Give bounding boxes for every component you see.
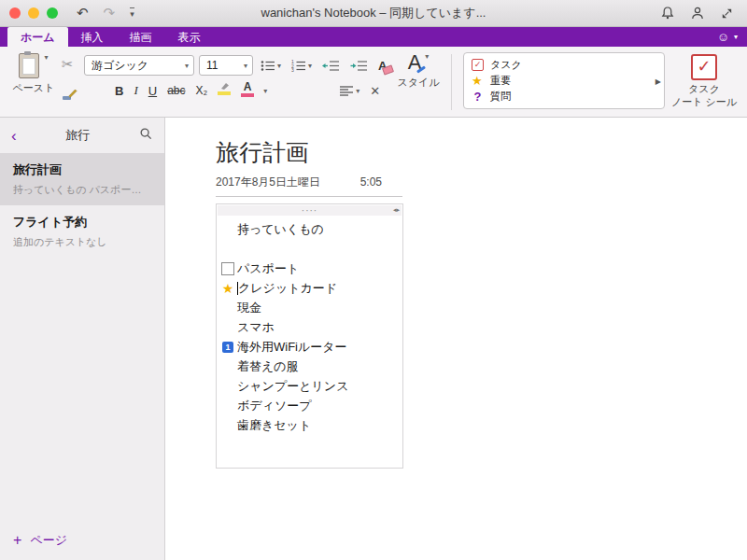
ribbon-home: ▾ ペースト ✂ 游ゴシック ▾ 11 ▾ ▾	[0, 47, 747, 118]
tag-item-質問[interactable]: ?質問	[472, 89, 651, 105]
page-title[interactable]: 旅行計画	[216, 138, 747, 166]
bullet-list-button[interactable]: ▾	[258, 56, 284, 75]
outline-row[interactable]: ボディソープ	[217, 396, 402, 415]
outline-tag-cell[interactable]	[218, 262, 237, 275]
task-checkbox-icon: ✓	[472, 59, 484, 71]
chevron-down-icon[interactable]: ▾	[44, 53, 48, 62]
decrease-indent-button[interactable]	[319, 56, 343, 75]
cut-scissors-icon[interactable]: ✂	[62, 57, 78, 71]
font-name-select[interactable]: 游ゴシック ▾	[84, 55, 194, 76]
close-window-button[interactable]	[9, 7, 21, 19]
search-icon[interactable]	[139, 127, 153, 145]
note-outline-container[interactable]: ···· ◂▸ 持っていくものパスポート★クレジットカード現金スマホ1海外用Wi…	[216, 203, 403, 469]
outline-text: 海外用WiFiルーター	[237, 339, 347, 356]
page-time[interactable]: 5:05	[360, 175, 382, 189]
outline-row[interactable]: 持っていくもの	[217, 219, 402, 239]
undo-icon[interactable]: ↶	[77, 5, 89, 21]
page-list-item[interactable]: フライト予約追加のテキストなし	[0, 205, 164, 258]
outline-rows: 持っていくものパスポート★クレジットカード現金スマホ1海外用WiFiルーター着替…	[217, 216, 402, 435]
chevron-down-icon: ▾	[277, 62, 281, 70]
outline-tag-cell[interactable]: ★	[218, 282, 237, 295]
tab-表示[interactable]: 表示	[165, 27, 214, 47]
page-canvas[interactable]: 旅行計画 2017年8月5日土曜日 5:05 ···· ◂▸ 持っていくものパス…	[165, 118, 747, 560]
underline-button[interactable]: U	[146, 81, 160, 100]
numbered-list-button[interactable]: 123 ▾	[289, 56, 315, 75]
page-date[interactable]: 2017年8月5日土曜日	[216, 175, 320, 190]
tab-挿入[interactable]: 挿入	[68, 27, 117, 47]
page-list-item[interactable]: 旅行計画持っていくもの パスポー…	[0, 153, 164, 205]
font-color-icon: A	[244, 81, 252, 92]
outline-text: 持っていくもの	[237, 221, 324, 238]
outline-row[interactable]: シャンプーとリンス	[217, 376, 402, 396]
svg-text:3: 3	[291, 66, 294, 71]
clear-formatting-button[interactable]: A	[375, 56, 389, 75]
indent-icon	[350, 60, 368, 72]
feedback-smiley-button[interactable]: ☺ ▾	[717, 27, 738, 47]
task-note-seal-button[interactable]: ✓ タスク ノート シール	[669, 49, 740, 115]
chevron-down-icon: ▾	[734, 33, 738, 41]
tag-gallery-expander[interactable]: ▶	[655, 77, 661, 85]
content-area: ‹ 旅行 旅行計画持っていくもの パスポー…フライト予約追加のテキストなし + …	[0, 118, 747, 560]
add-page-button[interactable]: + ページ	[0, 521, 164, 560]
plus-icon: +	[13, 533, 21, 548]
outline-row[interactable]: ★クレジットカード	[217, 278, 402, 298]
important-star-icon: ★	[472, 75, 484, 87]
outline-move-handle[interactable]: ···· ◂▸	[218, 205, 402, 216]
add-page-label: ページ	[30, 532, 67, 549]
tag-item-重要[interactable]: ★重要	[472, 73, 651, 89]
increase-indent-button[interactable]	[347, 56, 371, 75]
outline-row[interactable]: スマホ	[217, 317, 402, 337]
font-name-value: 游ゴシック	[92, 58, 148, 74]
onenote-window: ↶ ↷ ▾ wanichan's Notebook – 同期しています... ホ…	[0, 0, 747, 560]
chevron-down-icon[interactable]: ▾	[263, 87, 267, 95]
outline-text: クレジットカード	[238, 280, 337, 297]
toolbar-dropdown-icon[interactable]: ▾	[130, 7, 134, 19]
notifications-bell-icon[interactable]	[660, 6, 675, 21]
zoom-window-button[interactable]	[47, 7, 58, 19]
highlight-color-button[interactable]	[215, 81, 233, 100]
font-color-button[interactable]: A	[238, 81, 257, 100]
outline-row[interactable]: 現金	[217, 298, 402, 317]
paste-button[interactable]: ▾ ペースト	[9, 49, 58, 115]
font-row-2: B I U abc X₂ A ▾ ▾ ✕	[112, 81, 389, 100]
format-painter-icon[interactable]	[62, 88, 78, 105]
page-item-preview: 追加のテキストなし	[13, 235, 151, 249]
tag-item-タスク[interactable]: ✓タスク	[472, 57, 651, 73]
strikethrough-button[interactable]: abc	[164, 81, 188, 100]
minimize-window-button[interactable]	[28, 7, 39, 19]
font-size-select[interactable]: 11 ▾	[199, 55, 253, 76]
outline-row[interactable]: 着替えの服	[217, 357, 402, 376]
outline-row[interactable]: パスポート	[217, 259, 402, 278]
outline-row[interactable]	[217, 239, 402, 259]
fullscreen-expand-icon[interactable]	[720, 7, 734, 21]
tab-ホーム[interactable]: ホーム	[7, 27, 68, 47]
outline-tag-cell[interactable]: 1	[218, 342, 237, 353]
outline-row[interactable]: 歯磨きセット	[217, 415, 402, 435]
outline-text: パスポート	[237, 260, 299, 277]
outline-row[interactable]: 1海外用WiFiルーター	[217, 337, 402, 357]
bold-button[interactable]: B	[112, 81, 126, 100]
share-person-icon[interactable]	[690, 6, 705, 21]
delete-button[interactable]: ✕	[367, 81, 383, 100]
tag-item-label: 質問	[490, 90, 511, 104]
redo-icon[interactable]: ↷	[104, 5, 116, 21]
paragraph-alignment-button[interactable]: ▾	[337, 81, 362, 100]
tag-gallery-box: ✓タスク★重要?質問 ▶	[463, 52, 665, 109]
page-sidebar: ‹ 旅行 旅行計画持っていくもの パスポー…フライト予約追加のテキストなし + …	[0, 118, 165, 560]
todo-checkbox-icon[interactable]	[221, 262, 234, 275]
resize-arrows-icon[interactable]: ◂▸	[393, 206, 400, 214]
italic-button[interactable]: I	[131, 81, 140, 100]
chevron-down-icon: ▾	[308, 62, 312, 70]
ribbon-tab-bar: ホーム挿入描画表示 ☺ ▾	[0, 27, 747, 47]
section-title: 旅行	[17, 127, 139, 144]
ribbon-separator	[451, 54, 452, 110]
drag-dots-icon: ····	[302, 208, 317, 213]
font-color-swatch	[241, 93, 254, 97]
subscript-button[interactable]: X₂	[192, 81, 210, 100]
important-star-icon: ★	[222, 282, 234, 295]
tab-描画[interactable]: 描画	[117, 27, 165, 47]
styles-button[interactable]: A ▾ スタイル	[393, 49, 444, 115]
page-item-title: フライト予約	[13, 214, 151, 231]
title-underline	[216, 196, 402, 197]
paste-label: ペースト	[13, 81, 55, 95]
